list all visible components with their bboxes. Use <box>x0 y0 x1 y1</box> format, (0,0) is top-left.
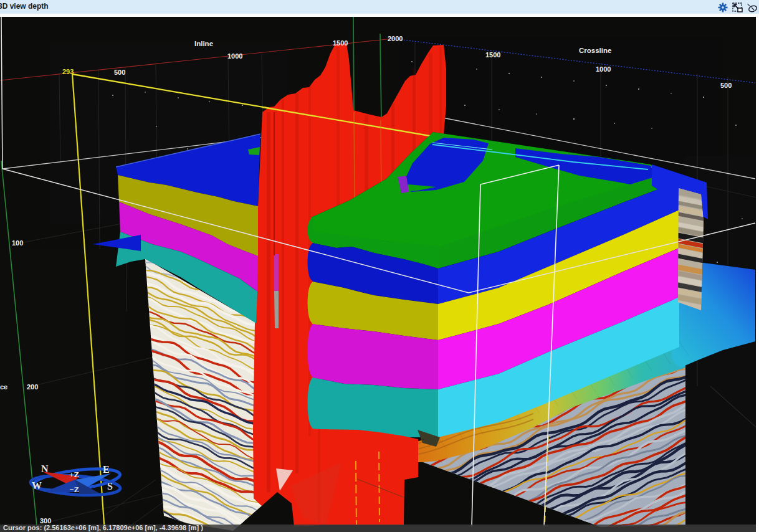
svg-text:+Z: +Z <box>69 470 79 479</box>
svg-text:W: W <box>32 480 42 491</box>
svg-text:100: 100 <box>12 239 23 247</box>
svg-text:1000: 1000 <box>596 65 611 73</box>
svg-text:1500: 1500 <box>333 39 348 47</box>
svg-text:1000: 1000 <box>227 52 242 60</box>
svg-text:200: 200 <box>27 383 38 391</box>
svg-text:500: 500 <box>720 82 732 89</box>
svg-text:2000: 2000 <box>388 35 403 42</box>
svg-text:293: 293 <box>62 68 74 75</box>
svg-text:Crossline: Crossline <box>579 47 611 54</box>
svg-text:−Z: −Z <box>69 485 79 494</box>
svg-text:E: E <box>103 464 110 475</box>
svg-text:Inline: Inline <box>194 40 213 47</box>
svg-text:1500: 1500 <box>485 51 500 59</box>
svg-text:500: 500 <box>114 69 125 76</box>
svg-text:N: N <box>41 463 49 474</box>
svg-text:S: S <box>107 481 113 492</box>
svg-text:ce: ce <box>0 383 7 391</box>
